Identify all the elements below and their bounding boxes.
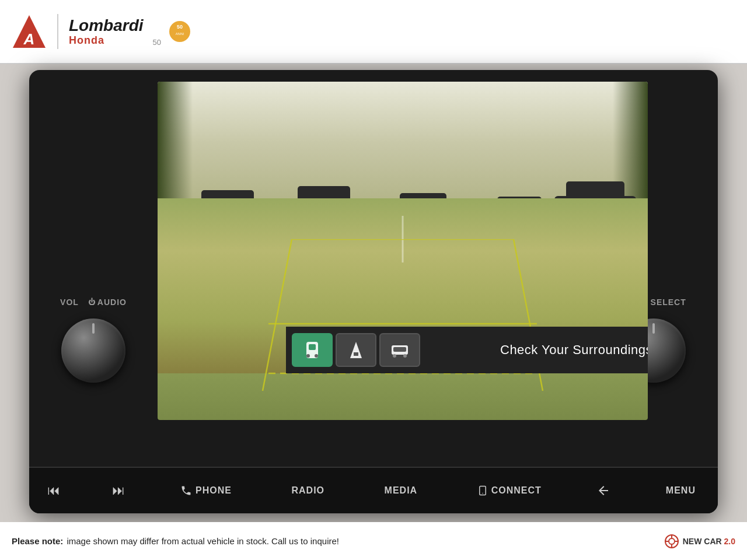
volume-knob[interactable] <box>61 318 125 383</box>
svg-text:50: 50 <box>177 24 183 30</box>
menu-btn[interactable]: MENU <box>655 481 706 501</box>
infotainment-unit: VOL ⏻ AUDIO LIST SELECT <box>29 70 718 513</box>
newcar-logo: NEW CAR 2.0 <box>664 533 735 550</box>
disclaimer-bar: Please note: image shown may differ from… <box>0 522 747 560</box>
left-controls: VOL ⏻ AUDIO <box>41 99 146 426</box>
anniversary-label: 50 <box>153 38 161 47</box>
svg-point-18 <box>393 354 396 358</box>
lombardi-label: Lombardi <box>69 17 144 35</box>
svg-point-13 <box>315 354 318 358</box>
logo-text: Lombardi Honda <box>69 17 144 47</box>
surroundings-message: Check Your Surroundings <box>423 342 648 358</box>
phone-btn[interactable]: PHONE <box>170 480 242 501</box>
front-view-btn[interactable] <box>336 333 376 367</box>
logo-bar: A Lombardi Honda 50 50 ANNI <box>0 0 747 64</box>
gear-icon <box>664 533 680 550</box>
svg-text:A: A <box>23 30 35 48</box>
smartphone-icon <box>477 485 488 496</box>
menu-label: MENU <box>666 485 696 496</box>
phone-label: PHONE <box>196 485 232 496</box>
newcar-text: NEW CAR 2.0 <box>683 537 735 546</box>
back-icon <box>596 484 610 498</box>
anniversary-icon: 50 ANNI <box>168 20 191 43</box>
svg-text:ANNI: ANNI <box>176 32 184 36</box>
disclaimer-text: image shown may differ from actual vehic… <box>67 536 339 546</box>
vol-label: VOL <box>60 298 79 307</box>
display-screen: Check Your Surroundings <box>158 82 648 420</box>
svg-point-12 <box>306 354 310 358</box>
back-btn[interactable] <box>591 478 616 503</box>
side-view-btn[interactable] <box>379 333 420 367</box>
audio-label: ⏻ AUDIO <box>88 298 127 307</box>
svg-point-30 <box>669 538 675 544</box>
bottom-nav-bar: ⏮ ⏭ PHONE RADIO MEDIA CONNECT <box>29 467 718 513</box>
select-label: SELECT <box>651 298 686 307</box>
connect-label: CONNECT <box>491 485 542 496</box>
rear-view-btn[interactable] <box>292 333 333 367</box>
phone-icon <box>180 485 192 496</box>
power-icon: ⏻ <box>88 298 96 306</box>
radio-label: RADIO <box>292 485 325 496</box>
media-btn[interactable]: MEDIA <box>374 481 428 501</box>
skip-back-btn[interactable]: ⏮ <box>41 478 67 503</box>
media-label: MEDIA <box>385 485 418 496</box>
svg-rect-15 <box>354 352 358 356</box>
skip-forward-btn[interactable]: ⏭ <box>106 478 131 503</box>
honda-label: Honda <box>69 35 144 47</box>
svg-rect-17 <box>393 347 406 352</box>
camera-control-bar: Check Your Surroundings <box>286 327 648 373</box>
vol-label-area: VOL ⏻ AUDIO <box>60 298 127 307</box>
svg-rect-11 <box>309 344 316 350</box>
svg-point-28 <box>482 493 483 494</box>
logo-triangle-icon: A <box>12 14 47 49</box>
connect-btn[interactable]: CONNECT <box>467 481 552 501</box>
svg-point-19 <box>403 354 407 358</box>
dealer-logo: A Lombardi Honda 50 50 ANNI <box>12 14 191 49</box>
disclaimer-bold: Please note: <box>12 536 63 546</box>
radio-btn[interactable]: RADIO <box>281 481 336 501</box>
